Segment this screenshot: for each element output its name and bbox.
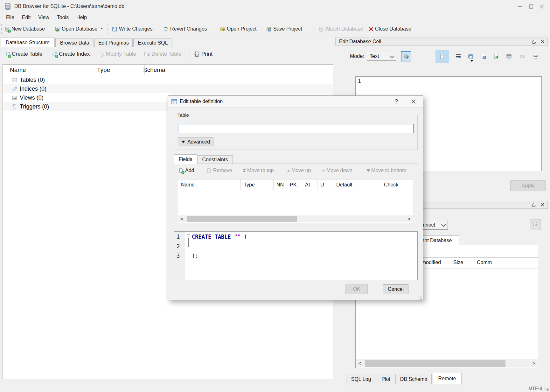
tab-plot[interactable]: Plot <box>376 374 396 384</box>
move-to-bottom-icon <box>367 169 370 172</box>
scrollbar-thumb[interactable] <box>365 360 505 367</box>
scroll-left-icon[interactable]: < <box>356 359 364 368</box>
column-divider[interactable] <box>475 258 475 268</box>
dialog-close-button[interactable] <box>404 99 423 104</box>
move-down-button[interactable]: Move down <box>322 168 352 173</box>
table-name-input[interactable] <box>178 124 414 133</box>
import-dropdown-arrow[interactable] <box>470 62 473 67</box>
move-up-button[interactable]: Move up <box>287 168 311 173</box>
dialog-help-button[interactable]: ? <box>388 98 404 105</box>
ok-button[interactable]: OK <box>345 284 368 294</box>
open-database-dropdown-arrow[interactable] <box>101 29 103 35</box>
close-window-button[interactable] <box>536 2 547 11</box>
cancel-button[interactable]: Cancel <box>383 284 408 294</box>
menu-edit[interactable]: Edit <box>18 13 34 22</box>
toolbar-drag-handle[interactable] <box>1 24 2 34</box>
create-index-button[interactable]: + Create Index <box>52 51 90 57</box>
tab-remote[interactable]: Remote <box>433 373 462 384</box>
maximize-button[interactable] <box>526 2 536 11</box>
scroll-left-icon[interactable]: < <box>178 215 185 222</box>
open-database-button[interactable]: Open Database <box>55 24 97 34</box>
apply-button[interactable]: Apply <box>510 180 546 191</box>
field-column-pk[interactable]: PK <box>287 179 302 190</box>
import-button[interactable] <box>466 52 475 61</box>
auto-format-button[interactable] <box>401 51 411 61</box>
close-database-button[interactable]: Close Database <box>369 24 411 34</box>
fields-horizontal-scrollbar[interactable]: < > <box>178 215 413 222</box>
export-cell-button[interactable] <box>492 52 501 61</box>
scrollbar-thumb[interactable] <box>187 216 297 222</box>
write-changes-button[interactable]: Write Changes <box>112 24 153 34</box>
remote-push-button[interactable] <box>530 219 541 230</box>
tab-execute-sql[interactable]: Execute SQL <box>133 38 172 47</box>
revert-changes-button[interactable]: Revert Changes <box>163 24 207 34</box>
column-commit[interactable]: Comm <box>477 260 492 265</box>
tree-column-type[interactable]: Type <box>93 66 140 74</box>
text-mode-toggle[interactable] <box>435 50 449 63</box>
tab-db-schema[interactable]: DB Schema <box>396 374 432 384</box>
float-panel-icon[interactable] <box>532 39 537 44</box>
editor-line-number: 1 <box>358 78 361 84</box>
menu-view[interactable]: View <box>35 13 52 22</box>
field-column-check[interactable]: Check <box>381 179 413 190</box>
close-panel-icon[interactable] <box>540 203 544 207</box>
add-field-button[interactable]: + Add <box>178 168 194 173</box>
tab-fields[interactable]: Fields <box>174 154 197 164</box>
field-column-name[interactable]: Name <box>178 179 241 190</box>
menu-help[interactable]: Help <box>73 13 90 22</box>
menu-bar: File Edit View Tools Help <box>0 13 550 22</box>
move-to-bottom-button[interactable]: Move to bottom <box>367 168 406 173</box>
attach-database-button[interactable]: Attach Database <box>318 24 363 34</box>
remote-horizontal-scrollbar[interactable]: < > <box>356 359 538 368</box>
print-button[interactable]: Print <box>194 51 212 57</box>
word-wrap-button[interactable] <box>454 52 463 61</box>
dialog-resize-grip[interactable] <box>418 296 422 300</box>
create-table-button[interactable]: + Create Table <box>4 51 42 57</box>
tag-icon <box>12 86 17 92</box>
field-column-type[interactable]: Type <box>241 179 274 190</box>
tree-column-schema[interactable]: Schema <box>140 66 165 74</box>
new-database-button[interactable]: + New Database <box>4 24 45 34</box>
column-divider[interactable] <box>451 258 451 268</box>
encoding-indicator[interactable]: UTF-8 <box>529 385 542 391</box>
column-size[interactable]: Size <box>453 260 463 265</box>
save-cell-button[interactable] <box>479 52 488 61</box>
move-to-top-button[interactable]: Move to top <box>243 168 274 173</box>
field-column-default[interactable]: Default <box>333 179 381 190</box>
tab-sql-log[interactable]: SQL Log <box>346 374 376 384</box>
null-button[interactable] <box>518 52 527 61</box>
advanced-button[interactable]: Advanced <box>178 137 213 146</box>
field-column-ai[interactable]: AI <box>302 179 317 190</box>
code-fold-icon[interactable] <box>187 234 190 238</box>
tab-browse-data[interactable]: Browse Data <box>55 38 94 47</box>
field-column-u[interactable]: U <box>317 179 333 190</box>
scroll-right-icon[interactable]: > <box>406 215 413 222</box>
dialog-title-bar[interactable]: Edit table definition ? <box>168 96 423 108</box>
column-divider[interactable] <box>97 65 97 75</box>
tab-current-database[interactable]: rent Database <box>417 235 459 245</box>
tab-database-structure[interactable]: Database Structure <box>1 38 55 47</box>
column-divider[interactable] <box>144 65 145 75</box>
tab-edit-pragmas[interactable]: Edit Pragmas <box>94 38 133 47</box>
close-panel-icon[interactable] <box>540 39 544 44</box>
print-cell-button[interactable] <box>531 52 540 61</box>
tree-column-name[interactable]: Name <box>3 66 93 74</box>
minimize-button[interactable] <box>515 2 526 11</box>
tree-item-indices[interactable]: Indices (0) <box>3 84 333 93</box>
tree-item-tables[interactable]: Tables (0) <box>3 75 333 84</box>
remove-field-button[interactable]: Remove <box>206 168 232 173</box>
mode-select[interactable]: Text <box>367 52 396 61</box>
float-panel-icon[interactable] <box>532 203 537 207</box>
scroll-right-icon[interactable]: > <box>530 359 538 368</box>
window-resize-grip[interactable] <box>546 388 549 391</box>
menu-tools[interactable]: Tools <box>53 13 72 22</box>
menu-file[interactable]: File <box>3 13 18 22</box>
save-project-button[interactable]: Save Project <box>266 24 302 34</box>
field-column-nn[interactable]: NN <box>274 179 287 190</box>
modify-table-button[interactable]: Modify Table <box>99 51 136 57</box>
open-project-button[interactable]: Open Project <box>220 24 256 34</box>
delete-table-button[interactable]: Delete Table <box>144 51 181 57</box>
open-external-icon <box>506 53 512 59</box>
tab-constraints[interactable]: Constraints <box>197 155 233 164</box>
open-in-app-button[interactable] <box>505 52 513 61</box>
